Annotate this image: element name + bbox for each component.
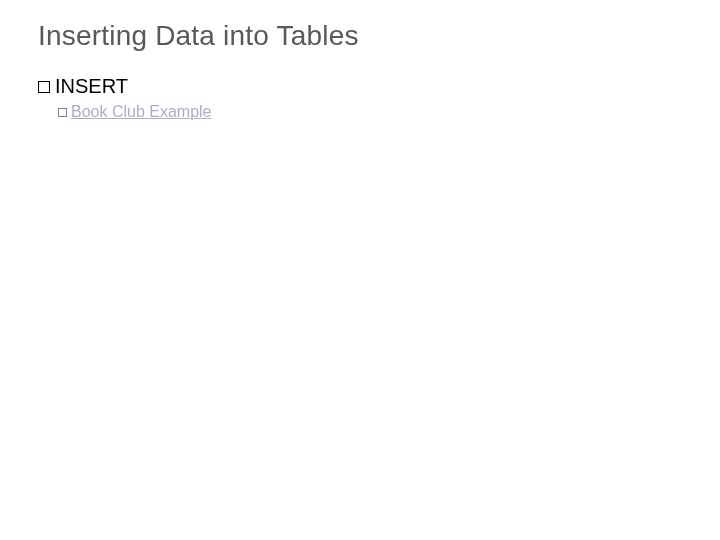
slide: Inserting Data into Tables INSERT Book C… xyxy=(0,0,720,540)
book-club-example-link[interactable]: Book Club Example xyxy=(71,103,212,120)
square-bullet-icon xyxy=(38,81,50,93)
square-bullet-icon xyxy=(58,108,67,117)
bullet-level1: INSERT xyxy=(38,75,128,98)
bullet-level2: Book Club Example xyxy=(58,103,212,121)
bullet-level1-label: INSERT xyxy=(55,75,128,97)
slide-title: Inserting Data into Tables xyxy=(38,20,359,52)
